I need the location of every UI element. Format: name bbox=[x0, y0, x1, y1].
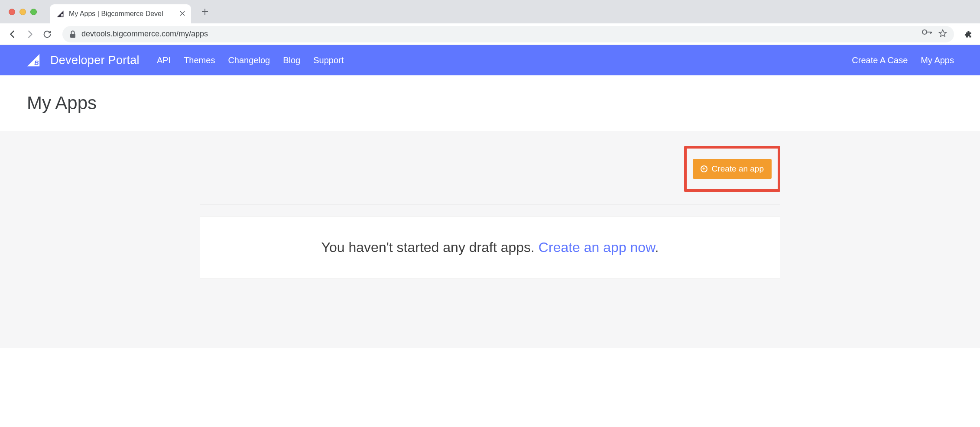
reload-button[interactable] bbox=[41, 28, 54, 41]
tab-title: My Apps | Bigcommerce Devel bbox=[69, 10, 175, 18]
star-icon[interactable] bbox=[938, 29, 947, 39]
create-app-link[interactable]: Create an app now bbox=[539, 239, 655, 255]
brand-text: Developer Portal bbox=[50, 54, 140, 67]
extensions-button[interactable] bbox=[963, 29, 974, 40]
window-close-button[interactable] bbox=[9, 9, 15, 15]
empty-period: . bbox=[655, 239, 659, 255]
nav-links-left: API Themes Changelog Blog Support bbox=[157, 55, 344, 65]
address-bar-actions bbox=[922, 29, 947, 39]
nav-link-my-apps[interactable]: My Apps bbox=[921, 55, 954, 65]
page-title: My Apps bbox=[27, 93, 953, 113]
nav-link-changelog[interactable]: Changelog bbox=[228, 55, 270, 65]
empty-state-card: You haven't started any draft apps. Crea… bbox=[200, 217, 780, 278]
browser-tab[interactable]: B My Apps | Bigcommerce Devel bbox=[50, 4, 191, 23]
create-app-button-label: Create an app bbox=[712, 164, 764, 174]
tab-favicon-icon: B bbox=[56, 10, 65, 18]
window-controls bbox=[9, 9, 37, 15]
tab-close-button[interactable] bbox=[180, 10, 185, 18]
lock-icon bbox=[69, 30, 76, 38]
svg-point-3 bbox=[922, 30, 927, 34]
back-button[interactable] bbox=[6, 28, 19, 41]
window-minimize-button[interactable] bbox=[19, 9, 26, 15]
nav-link-blog[interactable]: Blog bbox=[283, 55, 300, 65]
svg-text:B: B bbox=[34, 59, 39, 66]
nav-link-create-case[interactable]: Create A Case bbox=[852, 55, 908, 65]
url-text: devtools.bigcommerce.com/my/apps bbox=[81, 29, 208, 39]
main-nav: B Developer Portal API Themes Changelog … bbox=[0, 45, 980, 75]
empty-text: You haven't started any draft apps. bbox=[321, 239, 539, 255]
nav-link-support[interactable]: Support bbox=[313, 55, 344, 65]
content-area: + Create an app You haven't started any … bbox=[0, 131, 980, 348]
brand-logo-icon: B bbox=[26, 53, 41, 68]
browser-chrome: B My Apps | Bigcommerce Devel devtools.b… bbox=[0, 0, 980, 45]
key-icon[interactable] bbox=[922, 29, 932, 39]
page-header: My Apps bbox=[0, 75, 980, 131]
browser-toolbar: devtools.bigcommerce.com/my/apps bbox=[0, 23, 980, 45]
svg-text:B: B bbox=[61, 13, 63, 17]
brand[interactable]: B Developer Portal bbox=[26, 53, 140, 68]
create-app-button[interactable]: + Create an app bbox=[693, 159, 772, 179]
empty-message: You haven't started any draft apps. Crea… bbox=[213, 239, 767, 256]
tab-bar: B My Apps | Bigcommerce Devel bbox=[0, 0, 980, 23]
nav-link-themes[interactable]: Themes bbox=[184, 55, 215, 65]
svg-rect-2 bbox=[70, 34, 75, 38]
new-tab-button[interactable] bbox=[199, 6, 211, 18]
plus-circle-icon: + bbox=[701, 165, 707, 172]
window-maximize-button[interactable] bbox=[30, 9, 37, 15]
nav-links-right: Create A Case My Apps bbox=[852, 55, 954, 65]
action-bar: + Create an app bbox=[200, 144, 780, 201]
nav-link-api[interactable]: API bbox=[157, 55, 171, 65]
address-bar[interactable]: devtools.bigcommerce.com/my/apps bbox=[62, 26, 954, 42]
forward-button[interactable] bbox=[23, 28, 36, 41]
highlight-annotation: + Create an app bbox=[684, 146, 780, 192]
divider bbox=[200, 204, 780, 204]
